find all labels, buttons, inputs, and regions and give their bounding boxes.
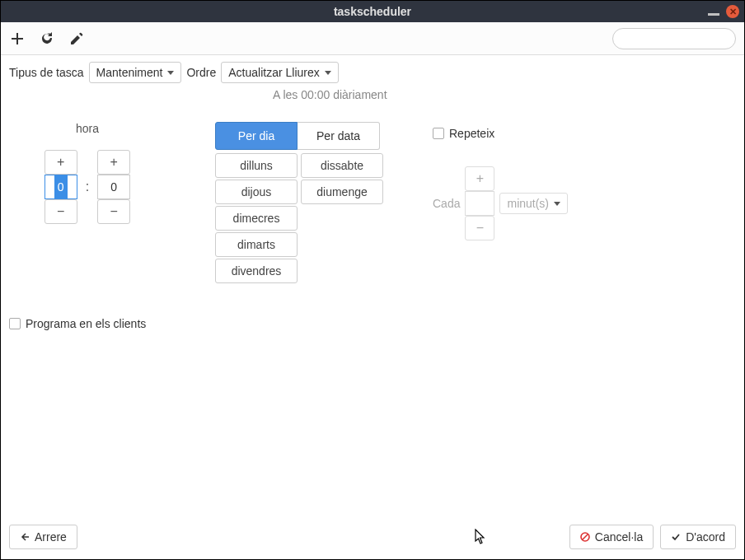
config-row: Tipus de tasca Manteniment Ordre Actuali… <box>1 55 744 90</box>
tab-per-data[interactable]: Per data <box>298 122 380 150</box>
chevron-down-icon <box>167 71 174 75</box>
minute-minus-button[interactable]: − <box>97 199 130 224</box>
repeat-unit-select[interactable]: minut(s) <box>499 193 568 214</box>
day-dimarts[interactable]: dimarts <box>215 232 298 257</box>
edit-icon[interactable] <box>68 30 85 47</box>
hour-spinner: + 0 − <box>45 150 77 224</box>
tab-per-dia[interactable]: Per dia <box>215 122 298 150</box>
add-icon[interactable] <box>9 30 26 47</box>
footer: Arrere Cancel·la D'acord <box>1 518 744 559</box>
days-column: Per dia Per data dilluns dijous dimecres… <box>215 122 383 283</box>
hour-value[interactable]: 0 <box>45 175 77 199</box>
back-button-label: Arrere <box>35 530 67 544</box>
repeat-unit-value: minut(s) <box>507 197 549 210</box>
task-type-label: Tipus de tasca <box>9 66 84 79</box>
repeat-value[interactable] <box>465 191 494 216</box>
minute-spinner: + 0 − <box>97 150 130 224</box>
svg-line-3 <box>582 534 588 540</box>
day-dimecres[interactable]: dimecres <box>215 206 298 231</box>
day-divendres[interactable]: divendres <box>215 259 298 283</box>
window-title: taskscheduler <box>334 5 411 18</box>
time-colon: : <box>86 180 89 194</box>
close-button[interactable]: ✕ <box>726 5 739 18</box>
cancel-button-label: Cancel·la <box>595 530 643 544</box>
repeat-minus-button[interactable]: − <box>465 216 494 240</box>
minimize-button[interactable] <box>708 13 719 16</box>
repeat-checkbox[interactable] <box>433 128 444 139</box>
cancel-button[interactable]: Cancel·la <box>569 525 654 549</box>
repeat-label: Repeteix <box>449 127 494 140</box>
hour-plus-button[interactable]: + <box>45 150 77 175</box>
cursor-icon <box>475 529 488 545</box>
clients-label: Programa en els clients <box>26 317 146 330</box>
refresh-icon[interactable] <box>39 30 55 47</box>
chevron-down-icon <box>325 71 331 75</box>
ok-button-label: D'acord <box>686 530 725 544</box>
order-label: Ordre <box>186 66 216 79</box>
cancel-icon <box>580 532 590 542</box>
task-type-value: Manteniment <box>96 66 163 79</box>
schedule-summary: A les 00:00 diàriament <box>1 88 744 101</box>
order-select[interactable]: Actualitzar Lliurex <box>221 62 339 83</box>
minute-plus-button[interactable]: + <box>97 150 130 175</box>
check-icon <box>671 532 681 542</box>
repeat-plus-button[interactable]: + <box>465 166 494 191</box>
day-dilluns[interactable]: dilluns <box>215 153 298 178</box>
time-column: hora + 0 − : + 0 − <box>9 122 166 224</box>
day-dijous[interactable]: dijous <box>215 180 298 204</box>
search-input[interactable] <box>612 28 736 49</box>
arrow-left-icon <box>20 532 30 542</box>
back-button[interactable]: Arrere <box>9 525 77 549</box>
minute-value[interactable]: 0 <box>97 175 130 199</box>
day-dissabte[interactable]: dissabte <box>301 153 383 178</box>
ok-button[interactable]: D'acord <box>660 525 736 549</box>
repeat-column: Repeteix Cada + − minut(s) <box>433 122 568 240</box>
clients-checkbox[interactable] <box>9 318 21 329</box>
hour-minus-button[interactable]: − <box>45 199 77 224</box>
search-field[interactable] <box>625 32 745 44</box>
repeat-every-label: Cada <box>433 197 460 210</box>
titlebar: taskscheduler ✕ <box>1 1 744 22</box>
day-diumenge[interactable]: diumenge <box>301 180 383 204</box>
order-value: Actualitzar Lliurex <box>228 66 320 79</box>
time-heading: hora <box>9 122 166 135</box>
chevron-down-icon <box>554 202 560 206</box>
toolbar <box>1 22 744 55</box>
task-type-select[interactable]: Manteniment <box>89 62 182 83</box>
